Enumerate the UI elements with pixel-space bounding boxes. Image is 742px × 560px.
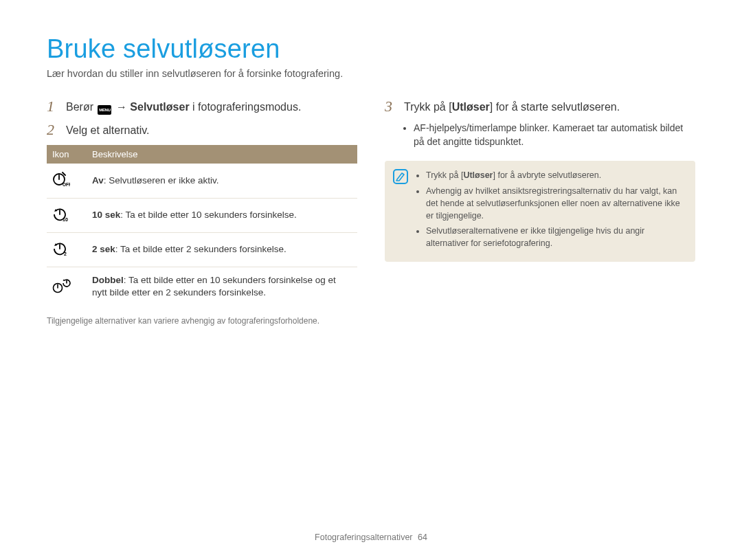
- arrow-icon: →: [113, 101, 130, 113]
- text: Trykk på [: [404, 101, 452, 113]
- table-row: 10 10 sek: Ta et bilde etter 10 sekunder…: [47, 198, 357, 232]
- text: Trykk på [: [426, 170, 463, 180]
- table-row: 2 2 sek: Ta et bilde etter 2 sekunders f…: [47, 232, 357, 267]
- timer-double-icon: [52, 277, 71, 293]
- cell-desc: Dobbel: Ta ett bilde etter en 10 sekunde…: [87, 267, 357, 306]
- note-icon: [393, 169, 408, 184]
- th-icon: Ikon: [47, 145, 87, 164]
- opt-name: Av: [92, 175, 104, 186]
- table-row: OFF Av: Selvutløseren er ikke aktiv.: [47, 164, 357, 198]
- menu-icon: MENU: [98, 105, 111, 115]
- timer-2s-icon: 2: [52, 240, 70, 256]
- list-item: Trykk på [Utløser] for å avbryte selvutl…: [426, 169, 686, 181]
- table-row: Dobbel: Ta ett bilde etter en 10 sekunde…: [47, 267, 357, 306]
- step-number: 1: [47, 98, 66, 115]
- step-1: 1 Berør MENU → Selvutløser i fotograferi…: [47, 98, 357, 115]
- footer-page-number: 64: [418, 533, 427, 542]
- list-item: Selvutløseralternativene er ikke tilgjen…: [426, 225, 686, 249]
- bold-text: Selvutløser: [130, 101, 189, 113]
- footer-section: Fotograferingsalternativer: [315, 533, 412, 542]
- opt-rest: : Ta ett bilde etter en 10 sekunders for…: [92, 275, 336, 298]
- note-box: Trykk på [Utløser] for å avbryte selvutl…: [385, 161, 695, 262]
- opt-rest: : Selvutløseren er ikke aktiv.: [104, 175, 219, 186]
- opt-rest: : Ta et bilde etter 10 sekunders forsink…: [120, 210, 296, 220]
- opt-name: 10 sek: [92, 210, 120, 220]
- step-text: Trykk på [Utløser] for å starte selvutlø…: [404, 98, 620, 115]
- step-text: Berør MENU → Selvutløser i fotografering…: [66, 98, 301, 115]
- step-number: 2: [47, 122, 66, 138]
- text: i fotograferingsmodus.: [190, 101, 302, 113]
- text: ] for å avbryte selvutløseren.: [493, 170, 602, 180]
- text: Berør: [66, 101, 96, 113]
- page-title: Bruke selvutløseren: [47, 34, 695, 64]
- footnote-text: Tilgjengelige alternativer kan variere a…: [47, 315, 357, 326]
- cell-icon: OFF: [47, 164, 87, 198]
- bold-text: Utløser: [452, 101, 490, 113]
- timer-off-icon: OFF: [52, 170, 70, 187]
- page-footer: Fotograferingsalternativer 64: [0, 533, 742, 542]
- opt-name: 2 sek: [92, 244, 115, 254]
- page-subtitle: Lær hvordan du stiller inn selvutløseren…: [47, 68, 695, 79]
- note-list: Trykk på [Utløser] for å avbryte selvutl…: [415, 169, 686, 252]
- step-number: 3: [385, 98, 404, 115]
- cell-desc: 2 sek: Ta et bilde etter 2 sekunders for…: [87, 232, 357, 267]
- cell-icon: 2: [47, 232, 87, 267]
- cell-icon: 10: [47, 198, 87, 232]
- opt-rest: : Ta et bilde etter 2 sekunders forsinke…: [115, 244, 286, 254]
- th-desc: Beskrivelse: [87, 145, 357, 164]
- bold-text: Utløser: [463, 170, 493, 180]
- cell-icon: [47, 267, 87, 306]
- cell-desc: Av: Selvutløseren er ikke aktiv.: [87, 164, 357, 198]
- step-3-bullets: AF-hjelpelys/timerlampe blinker. Kamerae…: [385, 122, 695, 148]
- list-item: AF-hjelpelys/timerlampe blinker. Kamerae…: [414, 122, 695, 148]
- opt-name: Dobbel: [92, 275, 124, 285]
- svg-text:OFF: OFF: [63, 182, 70, 187]
- svg-text:10: 10: [63, 217, 68, 222]
- timer-10s-icon: 10: [52, 205, 70, 222]
- text: ] for å starte selvutløseren.: [490, 101, 620, 113]
- cell-desc: 10 sek: Ta et bilde etter 10 sekunders f…: [87, 198, 357, 232]
- list-item: Avhengig av hvilket ansiktsregistrerings…: [426, 185, 686, 222]
- step-text: Velg et alternativ.: [66, 122, 150, 138]
- right-column: 3 Trykk på [Utløser] for å starte selvut…: [385, 98, 695, 327]
- left-column: 1 Berør MENU → Selvutløser i fotograferi…: [47, 98, 357, 327]
- svg-text:2: 2: [64, 251, 67, 256]
- options-table: Ikon Beskrivelse OFF Av: Selvutløseren e…: [47, 145, 357, 306]
- step-3: 3 Trykk på [Utløser] for å starte selvut…: [385, 98, 695, 115]
- step-2: 2 Velg et alternativ.: [47, 122, 357, 138]
